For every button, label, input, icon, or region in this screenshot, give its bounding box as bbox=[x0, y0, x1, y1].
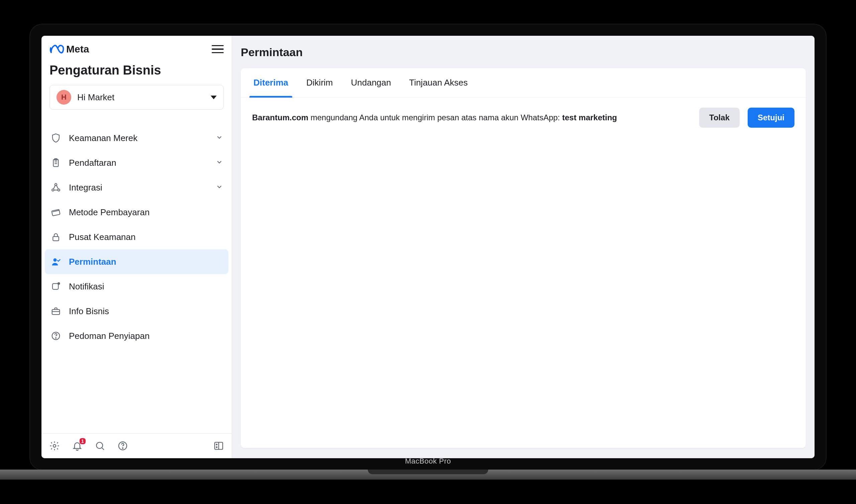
account-name: Hi Market bbox=[77, 92, 204, 103]
sidebar-item-payment[interactable]: Metode Pembayaran bbox=[45, 200, 228, 224]
nav-label: Keamanan Merek bbox=[69, 133, 208, 143]
chevron-down-icon bbox=[216, 182, 223, 193]
sidebar-footer: 1 bbox=[41, 433, 232, 458]
svg-point-21 bbox=[122, 448, 123, 449]
svg-point-4 bbox=[55, 183, 57, 185]
lock-icon bbox=[50, 231, 61, 242]
menu-button[interactable] bbox=[212, 43, 224, 55]
laptop-base bbox=[0, 470, 856, 480]
tab-received[interactable]: Diterima bbox=[252, 68, 289, 97]
svg-point-17 bbox=[53, 445, 56, 447]
chevron-down-icon bbox=[216, 158, 223, 168]
nav-label: Pedoman Penyiapan bbox=[69, 331, 223, 341]
panel-toggle-button[interactable] bbox=[212, 439, 225, 452]
search-button[interactable] bbox=[94, 439, 106, 452]
sidebar-item-security-center[interactable]: Pusat Keamanan bbox=[45, 224, 228, 249]
request-target: test marketing bbox=[562, 113, 617, 122]
svg-point-16 bbox=[55, 338, 56, 338]
sidebar-item-setup-guide[interactable]: Pedoman Penyiapan bbox=[45, 324, 228, 348]
help-button[interactable] bbox=[117, 439, 129, 452]
svg-point-18 bbox=[96, 442, 103, 449]
tab-access-review[interactable]: Tinjauan Akses bbox=[408, 68, 469, 97]
nav-label: Info Bisnis bbox=[69, 306, 223, 317]
nav-label: Pendaftaran bbox=[69, 158, 208, 168]
request-row: Barantum.com mengundang Anda untuk mengi… bbox=[241, 97, 806, 138]
nav-label: Permintaan bbox=[69, 257, 223, 267]
briefcase-icon bbox=[50, 305, 61, 317]
meta-logo[interactable]: Meta bbox=[50, 43, 89, 55]
sidebar-item-biz-info[interactable]: Info Bisnis bbox=[45, 299, 228, 324]
svg-rect-13 bbox=[52, 309, 60, 314]
svg-rect-11 bbox=[53, 284, 58, 289]
tab-invitations[interactable]: Undangan bbox=[350, 68, 392, 97]
svg-rect-9 bbox=[53, 237, 59, 241]
svg-point-24 bbox=[216, 444, 217, 445]
reject-button[interactable]: Tolak bbox=[699, 108, 739, 128]
sidebar-item-requests[interactable]: Permintaan bbox=[45, 249, 228, 274]
tab-sent[interactable]: Dikirim bbox=[305, 68, 334, 97]
sidebar-item-notifications[interactable]: Notifikasi bbox=[45, 274, 228, 299]
svg-line-19 bbox=[102, 448, 104, 450]
main-content: Permintaan Diterima Dikirim Undangan Tin… bbox=[232, 36, 815, 458]
nav-label: Metode Pembayaran bbox=[69, 207, 223, 218]
clipboard-icon bbox=[50, 157, 61, 168]
card-icon bbox=[50, 206, 61, 218]
sidebar-nav: Keamanan Merek Pendaftaran bbox=[41, 126, 232, 433]
sidebar-title: Pengaturan Bisnis bbox=[50, 63, 224, 77]
svg-point-10 bbox=[54, 258, 57, 262]
help-circle-icon bbox=[118, 440, 128, 451]
notification-icon bbox=[50, 281, 61, 292]
sidebar-item-brand-security[interactable]: Keamanan Merek bbox=[45, 126, 228, 150]
approve-button[interactable]: Setujui bbox=[748, 108, 795, 128]
sidebar: Meta Pengaturan Bisnis H Hi Market bbox=[41, 36, 232, 458]
page-title: Permintaan bbox=[241, 46, 806, 59]
shield-icon bbox=[50, 132, 61, 144]
chevron-down-icon bbox=[211, 95, 217, 99]
notifications-button[interactable]: 1 bbox=[71, 439, 84, 452]
meta-icon bbox=[50, 44, 64, 54]
integration-icon bbox=[50, 182, 61, 193]
chevron-down-icon bbox=[216, 133, 223, 143]
tabs: Diterima Dikirim Undangan Tinjauan Akses bbox=[241, 68, 806, 97]
nav-label: Integrasi bbox=[69, 182, 208, 193]
svg-point-25 bbox=[216, 447, 217, 448]
notification-badge: 1 bbox=[79, 438, 86, 444]
sidebar-item-registration[interactable]: Pendaftaran bbox=[45, 150, 228, 175]
account-avatar: H bbox=[56, 90, 71, 105]
request-text: Barantum.com mengundang Anda untuk mengi… bbox=[252, 112, 691, 124]
person-check-icon bbox=[50, 256, 61, 267]
settings-button[interactable] bbox=[48, 439, 61, 452]
sidebar-item-integration[interactable]: Integrasi bbox=[45, 175, 228, 200]
laptop-notch bbox=[368, 470, 488, 474]
search-icon bbox=[95, 440, 105, 451]
gear-icon bbox=[49, 440, 60, 451]
panel-icon bbox=[213, 440, 224, 451]
svg-point-12 bbox=[57, 283, 60, 285]
device-label: MacBook Pro bbox=[30, 457, 826, 466]
requests-card: Diterima Dikirim Undangan Tinjauan Akses… bbox=[241, 68, 806, 448]
nav-label: Notifikasi bbox=[69, 282, 223, 292]
request-mid: mengundang Anda untuk mengirim pesan ata… bbox=[308, 113, 562, 122]
meta-word: Meta bbox=[66, 43, 89, 55]
help-circle-icon bbox=[50, 330, 61, 342]
nav-label: Pusat Keamanan bbox=[69, 232, 223, 242]
account-picker[interactable]: H Hi Market bbox=[50, 85, 224, 110]
request-inviter: Barantum.com bbox=[252, 113, 308, 122]
